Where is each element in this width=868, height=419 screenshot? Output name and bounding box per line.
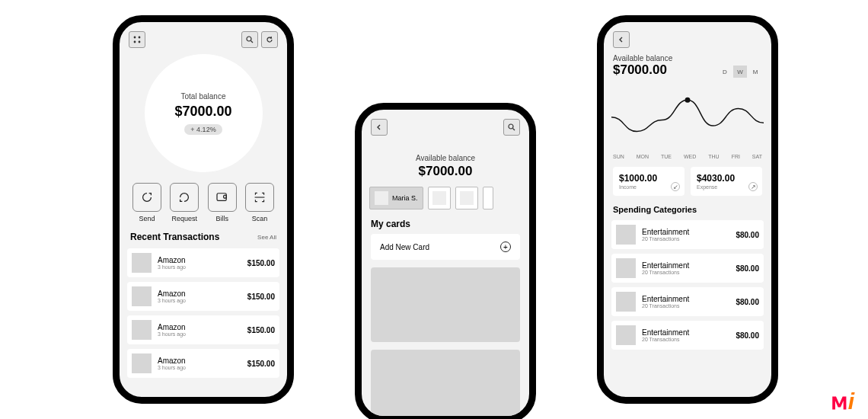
- svg-point-3: [139, 41, 141, 43]
- card-placeholder[interactable]: [371, 267, 520, 342]
- recent-transactions-title: Recent Transactions: [130, 232, 219, 242]
- svg-point-2: [134, 41, 136, 43]
- category-thumb: [616, 292, 636, 312]
- card-placeholder[interactable]: [371, 350, 520, 419]
- user-chip[interactable]: [483, 187, 493, 210]
- available-balance-amount: $7000.00: [362, 164, 529, 179]
- merchant-thumb: [132, 253, 152, 273]
- income-card[interactable]: $1000.00 Income ↙: [613, 167, 685, 196]
- merchant-thumb: [132, 286, 152, 306]
- refresh-icon[interactable]: [261, 31, 278, 48]
- svg-line-10: [513, 129, 515, 131]
- transaction-row[interactable]: Amazon3 hours ago$150.00: [127, 248, 279, 277]
- category-row[interactable]: Entertainment20 Transactions$80.00: [611, 254, 764, 283]
- back-icon[interactable]: [371, 119, 388, 136]
- add-card-button[interactable]: Add New Card +: [371, 234, 520, 260]
- range-tab-d[interactable]: D: [718, 66, 732, 78]
- svg-point-11: [685, 98, 691, 103]
- spending-categories-title: Spending Categories: [604, 202, 771, 217]
- brand-logo: ᴍi: [831, 388, 854, 414]
- see-all-link[interactable]: See All: [257, 234, 276, 241]
- balance-amount: $7000.00: [174, 104, 231, 120]
- x-axis-days: SUNMONTUEWEDTHUFRISAT: [604, 152, 771, 161]
- available-balance-amount: $7000.00: [613, 62, 672, 78]
- quick-actions: Send Request Bills Scan: [120, 172, 287, 229]
- range-tab-m[interactable]: M: [748, 66, 762, 78]
- balance-card: Total balance $7000.00 + 4.12%: [145, 54, 263, 172]
- range-tabs: DWM: [718, 66, 762, 78]
- arrow-down-left-icon: ↙: [671, 182, 680, 191]
- user-chip[interactable]: [428, 187, 451, 210]
- avatar: [375, 191, 388, 205]
- plus-icon: +: [500, 241, 511, 252]
- category-row[interactable]: Entertainment20 Transactions$80.00: [611, 220, 764, 249]
- bills-button[interactable]: Bills: [206, 183, 239, 222]
- send-button[interactable]: Send: [130, 183, 164, 222]
- transaction-row[interactable]: Amazon3 hours ago$150.00: [127, 349, 279, 378]
- svg-rect-6: [217, 194, 226, 201]
- category-thumb: [616, 225, 636, 245]
- category-thumb: [616, 325, 636, 345]
- transaction-row[interactable]: Amazon3 hours ago$150.00: [127, 315, 279, 344]
- available-balance-label: Available balance: [362, 154, 529, 162]
- arrow-up-right-icon: ↗: [748, 182, 758, 191]
- search-icon[interactable]: [241, 31, 258, 48]
- range-tab-w[interactable]: W: [733, 66, 747, 78]
- menu-icon[interactable]: [129, 31, 145, 48]
- back-icon[interactable]: [613, 31, 630, 48]
- svg-point-4: [247, 37, 251, 41]
- svg-point-1: [139, 37, 141, 39]
- transaction-row[interactable]: Amazon3 hours ago$150.00: [127, 282, 279, 311]
- expense-card[interactable]: $4030.00 Expense ↗: [691, 167, 762, 196]
- balance-label: Total balance: [181, 92, 226, 101]
- merchant-thumb: [132, 320, 152, 340]
- search-icon[interactable]: [503, 119, 520, 136]
- user-chip-selected[interactable]: Maria S.: [369, 187, 423, 210]
- my-cards-title: My cards: [362, 210, 529, 234]
- svg-point-9: [509, 124, 513, 129]
- category-thumb: [616, 258, 636, 278]
- category-row[interactable]: Entertainment20 Transactions$80.00: [611, 321, 764, 350]
- svg-line-5: [251, 41, 254, 43]
- scan-button[interactable]: Scan: [243, 183, 276, 222]
- svg-point-7: [223, 195, 226, 198]
- balance-change-badge: + 4.12%: [184, 124, 222, 135]
- balance-chart: [604, 84, 771, 152]
- user-chip[interactable]: [455, 187, 478, 210]
- merchant-thumb: [132, 353, 152, 373]
- svg-point-0: [134, 37, 136, 39]
- available-balance-label: Available balance: [613, 54, 672, 62]
- request-button[interactable]: Request: [168, 183, 201, 222]
- category-row[interactable]: Entertainment20 Transactions$80.00: [611, 287, 764, 316]
